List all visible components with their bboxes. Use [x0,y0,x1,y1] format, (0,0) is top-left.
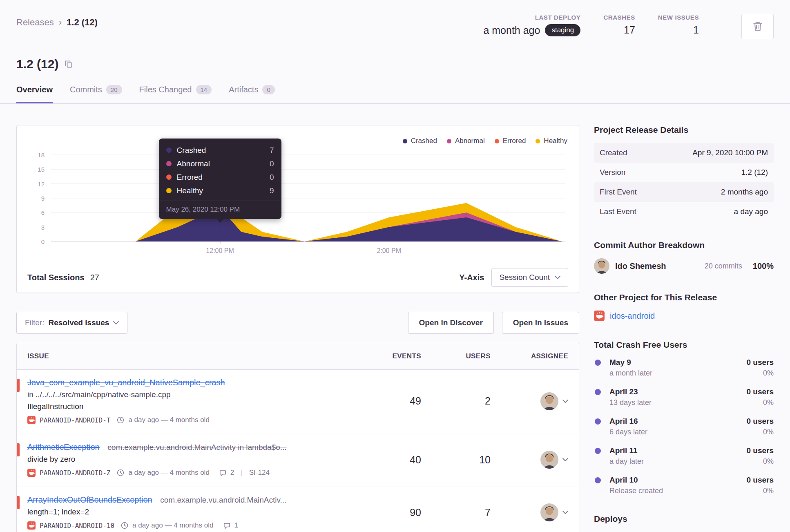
clock-icon [117,416,124,424]
commit-author-row: Ido Shemesh 20 commits 100% [594,258,774,274]
issue-message: length=1; index=2 [27,507,352,516]
sessions-area-chart[interactable]: Crashed 7 Abnormal 0 Errored [51,152,565,242]
commit-author-breakdown: Commit Author Breakdown Ido Shemesh 20 c… [594,240,774,274]
project-icon [27,469,36,477]
issue-age: a day ago — 4 months old [128,469,209,477]
delete-release-button[interactable] [741,14,774,39]
crash-free-item: April 11 0 users a day later 0% [594,446,774,466]
issue-comment-count: 1 [234,521,238,530]
issue-users-count: 2 [421,395,491,407]
detail-value: 2 months ago [721,188,768,197]
project-release-details: Project Release Details Created Apr 9, 2… [594,125,774,221]
detail-label: First Event [600,188,637,197]
issue-message: divide by zero [27,455,352,464]
sessions-chart-card: Crashed Abnormal Errored Healthy [16,125,579,293]
issues-table: ISSUE EVENTS USERS ASSIGNEE Java_com_exa… [16,343,579,532]
crash-free-users: 0 users [746,446,774,455]
release-stats: LAST DEPLOY a month ago staging CRASHES … [483,14,774,39]
chart-legend: Crashed Abnormal Errored Healthy [27,134,568,152]
assignee-dropdown[interactable] [491,503,568,521]
crashes-value: 17 [624,24,635,36]
tab-commits[interactable]: Commits 20 [70,85,122,103]
crash-free-item: April 10 0 users Release created 0% [594,476,774,495]
trash-icon [752,21,763,32]
legend-item-healthy[interactable]: Healthy [536,137,567,145]
assignee-dropdown[interactable] [491,392,568,410]
abnormal-dot [166,161,172,166]
y-axis-select[interactable]: Session Count [491,268,568,287]
crash-free-percent: 0% [763,487,774,495]
issues-controls: Filter: Resolved Issues Open in Discover… [16,312,579,334]
crash-free-item: May 9 0 users a month later 0% [594,358,774,378]
healthy-legend-dot [536,139,540,143]
author-avatar [594,258,609,274]
deploys-section: Deploys [594,514,774,524]
breadcrumb-releases-link[interactable]: Releases [16,17,54,28]
crash-free-relative: a day later [609,457,644,466]
crash-free-users: 0 users [746,417,774,426]
detail-label: Created [600,148,627,157]
project-icon [27,521,36,530]
tab-label: Overview [16,85,53,94]
chart-footer: Total Sessions 27 Y-Axis Session Count [17,262,579,293]
tooltip-row: Errored 0 [166,170,274,184]
abnormal-legend-dot [447,139,451,143]
detail-row-last-event: Last Event a day ago [594,202,774,221]
issue-events-count: 49 [352,395,421,407]
assignee-dropdown[interactable] [491,451,568,469]
total-sessions-label: Total Sessions [27,273,85,282]
last-deploy-value: a month ago [483,25,540,36]
new-issues-value: 1 [693,24,699,36]
crash-free-date: May 9 [609,358,631,367]
legend-item-errored[interactable]: Errored [495,137,526,145]
chevron-down-icon [555,275,560,279]
legend-label: Errored [503,137,526,145]
stat-label: NEW ISSUES [658,14,699,21]
issue-title-link[interactable]: ArrayIndexOutOfBoundsException [27,495,152,504]
issue-row: ArithmeticException com.example.vu.andro… [17,434,579,487]
copy-version-button[interactable] [64,60,73,69]
issue-title-link[interactable]: ArithmeticException [27,443,100,452]
issue-comment-count: 2 [230,469,234,477]
y-axis-tick: 12 [27,180,45,187]
section-title: Project Release Details [594,125,774,135]
chevron-down-icon [562,458,568,462]
issue-users-count: 10 [421,454,491,466]
legend-label: Healthy [544,137,567,145]
tab-files-changed[interactable]: Files Changed 14 [139,85,212,103]
open-in-issues-button[interactable]: Open in Issues [502,312,579,334]
timeline-dot [595,448,601,454]
tab-badge: 20 [106,85,122,94]
other-project-section: Other Project for This Release idos-andr… [594,293,774,321]
legend-item-abnormal[interactable]: Abnormal [447,137,485,145]
breadcrumb-separator: › [59,17,62,28]
other-project-row: idos-android [594,311,774,321]
crash-free-date: April 10 [609,476,638,485]
crashed-legend-dot [403,139,407,143]
comment-bubble-icon [223,522,230,529]
tooltip-row: Abnormal 0 [166,157,274,170]
other-project-link[interactable]: idos-android [610,311,655,321]
crash-free-relative: Release created [609,487,663,495]
crash-free-users: 0 users [746,476,774,485]
section-title: Total Crash Free Users [594,340,774,350]
issue-annotation-link[interactable]: SI-124 [249,469,270,477]
issue-title-link[interactable]: Java_com_example_vu_android_NativeSample… [27,378,225,387]
crash-free-users-section: Total Crash Free Users May 9 0 users a m… [594,340,774,495]
issue-age: a day ago — 4 months old [128,416,209,424]
project-icon [27,416,36,424]
tab-overview[interactable]: Overview [16,85,53,103]
issues-filter-dropdown[interactable]: Filter: Resolved Issues [16,312,127,334]
open-in-discover-button[interactable]: Open in Discover [408,312,494,334]
tab-artifacts[interactable]: Artifacts 0 [229,85,275,103]
tooltip-timestamp: May 26, 2020 12:00 PM [159,201,281,219]
stat-last-deploy: LAST DEPLOY a month ago staging [483,14,580,36]
filter-selected-value: Resolved Issues [49,318,109,327]
legend-item-crashed[interactable]: Crashed [403,137,437,145]
stat-new-issues: NEW ISSUES 1 [658,14,699,36]
tab-badge: 0 [262,85,274,94]
tooltip-label: Abnormal [177,159,210,168]
section-title: Other Project for This Release [594,293,774,302]
detail-value: Apr 9, 2020 10:00 PM [692,148,768,157]
clock-icon [121,522,128,529]
